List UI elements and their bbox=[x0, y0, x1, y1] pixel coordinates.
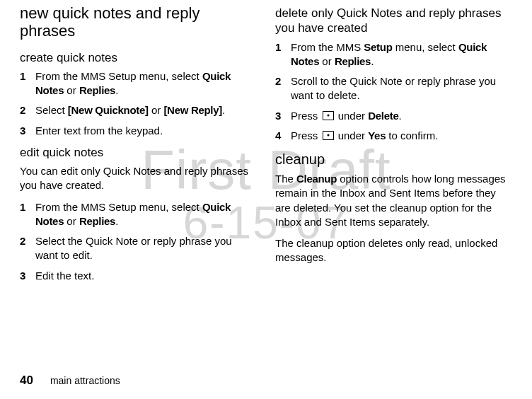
step: From the MMS Setup menu, select Quick No… bbox=[20, 200, 257, 229]
text: under bbox=[335, 129, 369, 141]
bold-term: [New Quicknote] bbox=[68, 104, 149, 116]
text: Scroll to the Quick Note or reply phrase… bbox=[291, 75, 496, 101]
text: Press bbox=[291, 129, 321, 141]
step: Select [New Quicknote] or [New Reply]. bbox=[20, 103, 257, 117]
softkey-icon bbox=[323, 131, 334, 140]
bold-term: Replies bbox=[335, 55, 371, 67]
text: The bbox=[275, 173, 296, 185]
text: . bbox=[371, 55, 374, 67]
bold-term: [New Reply] bbox=[163, 104, 222, 116]
footer-section: main attractions bbox=[50, 375, 120, 386]
footer: 40 main attractions bbox=[20, 374, 120, 388]
step: From the MMS Setup menu, select Quick No… bbox=[20, 69, 257, 98]
subheading-cleanup: cleanup bbox=[275, 151, 512, 168]
text: under bbox=[335, 110, 369, 122]
text: From the MMS Setup menu, select bbox=[35, 201, 202, 213]
text: . bbox=[115, 84, 118, 96]
bold-term: Yes bbox=[368, 129, 386, 141]
text: . bbox=[222, 104, 225, 116]
right-column: delete only Quick Notes and reply phrase… bbox=[275, 4, 512, 290]
step: Scroll to the Quick Note or reply phrase… bbox=[275, 74, 512, 103]
steps-delete: From the MMS Setup menu, select Quick No… bbox=[275, 40, 512, 144]
text: or bbox=[319, 55, 335, 67]
text: From the MMS bbox=[291, 41, 364, 53]
intro-edit: You can edit only Quick Notes and reply … bbox=[20, 164, 257, 193]
subheading-delete: delete only Quick Notes and reply phrase… bbox=[275, 6, 512, 36]
text: . bbox=[115, 215, 118, 227]
text: Edit the text. bbox=[35, 270, 94, 282]
text: Select bbox=[35, 104, 68, 116]
text: Enter text from the keypad. bbox=[35, 125, 163, 137]
subheading-edit-quick-notes: edit quick notes bbox=[20, 145, 257, 160]
text: From the MMS Setup menu, select bbox=[35, 70, 202, 82]
left-column: new quick notes and reply phrases create… bbox=[20, 4, 257, 290]
step: From the MMS Setup menu, select Quick No… bbox=[275, 40, 512, 69]
bold-term: Setup bbox=[364, 41, 392, 53]
softkey-icon bbox=[323, 111, 334, 120]
step: Edit the text. bbox=[20, 269, 257, 283]
cleanup-para1: The Cleanup option controls how long mes… bbox=[275, 172, 512, 229]
cleanup-para2: The cleanup option deletes only read, un… bbox=[275, 236, 512, 265]
steps-edit: From the MMS Setup menu, select Quick No… bbox=[20, 200, 257, 283]
text: Press bbox=[291, 110, 321, 122]
step: Press under Delete. bbox=[275, 109, 512, 123]
bold-term: Delete bbox=[368, 110, 398, 122]
heading-new-quick-notes: new quick notes and reply phrases bbox=[20, 4, 257, 40]
bold-term: Replies bbox=[79, 215, 115, 227]
step: Enter text from the keypad. bbox=[20, 124, 257, 138]
text: or bbox=[149, 104, 164, 116]
text: or bbox=[64, 215, 79, 227]
text: . bbox=[398, 110, 401, 122]
step: Press under Yes to confirm. bbox=[275, 129, 512, 143]
page-content: new quick notes and reply phrases create… bbox=[0, 0, 532, 290]
text: or bbox=[64, 84, 79, 96]
steps-create: From the MMS Setup menu, select Quick No… bbox=[20, 69, 257, 138]
subheading-create-quick-notes: create quick notes bbox=[20, 50, 257, 65]
text: to confirm. bbox=[386, 129, 438, 141]
bold-term: Replies bbox=[79, 84, 115, 96]
text: Select the Quick Note or reply phrase yo… bbox=[35, 235, 232, 261]
step: Select the Quick Note or reply phrase yo… bbox=[20, 234, 257, 263]
text: menu, select bbox=[393, 41, 458, 53]
bold-term: Cleanup bbox=[296, 173, 337, 185]
page-number: 40 bbox=[20, 374, 33, 388]
